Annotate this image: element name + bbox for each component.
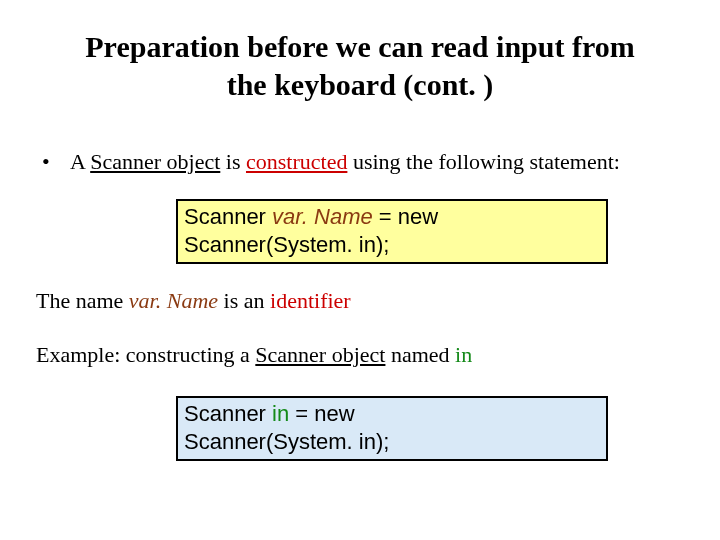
text: is an (218, 288, 270, 313)
code-text: Scanner (184, 204, 272, 229)
text: The name (36, 288, 129, 313)
code-text: = new (373, 204, 438, 229)
code-text: Scanner (184, 401, 272, 426)
scanner-object-phrase: Scanner object (90, 149, 220, 174)
code-text: = new (289, 401, 354, 426)
slide-title: Preparation before we can read input fro… (36, 28, 684, 103)
code-text: Scanner(System. in); (184, 232, 389, 257)
text: Example: constructing a (36, 342, 255, 367)
slide: Preparation before we can read input fro… (0, 0, 720, 540)
bullet-text: A Scanner object is constructed using th… (70, 149, 620, 175)
code-box-declaration-template: Scanner var. Name = new Scanner(System. … (176, 199, 608, 264)
bullet-mid: is (220, 149, 246, 174)
bullet-dot-icon: • (36, 149, 70, 175)
bullet-item: • A Scanner object is constructed using … (36, 149, 684, 175)
in-word: in (455, 342, 472, 367)
code-text: Scanner(System. in); (184, 429, 389, 454)
example-line: Example: constructing a Scanner object n… (36, 342, 684, 368)
varname-phrase: var. Name (129, 288, 218, 313)
code-in-word: in (272, 401, 289, 426)
text: named (385, 342, 455, 367)
constructed-phrase: constructed (246, 149, 347, 174)
code-varname: var. Name (272, 204, 373, 229)
bullet-lead: A (70, 149, 90, 174)
identifier-line: The name var. Name is an identifier (36, 288, 684, 314)
code-box-example: Scanner in = new Scanner(System. in); (176, 396, 608, 461)
title-line-1: Preparation before we can read input fro… (85, 30, 634, 63)
title-line-2: the keyboard (cont. ) (227, 68, 494, 101)
identifier-word: identifier (270, 288, 351, 313)
scanner-object-phrase: Scanner object (255, 342, 385, 367)
bullet-tail: using the following statement: (347, 149, 620, 174)
